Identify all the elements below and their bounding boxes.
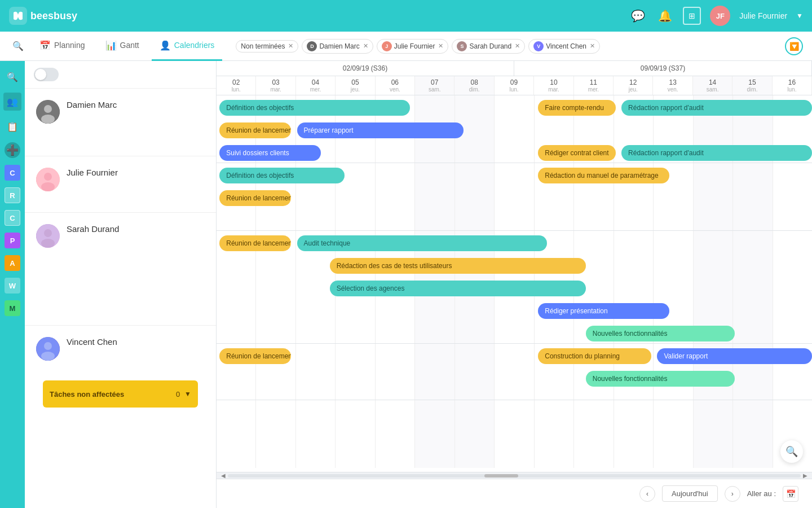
sidebar-project-p[interactable]: P (5, 233, 20, 248)
sidebar-project-c1[interactable]: C (5, 165, 20, 181)
task-nouvelles-fonctionnalites-sarah[interactable]: Nouvelles fonctionnalités (586, 326, 735, 341)
goto-label: Aller au : (747, 489, 776, 498)
task-redaction-cas-tests[interactable]: Rédaction des cas de tests utilisateurs (330, 258, 586, 274)
tab-planning[interactable]: 📅 Planning (32, 32, 93, 61)
day-headers: 02lun. 03mar. 04mer. 05jeu. 06ven. 07sam… (217, 76, 812, 95)
sidebar-team[interactable]: 👥 (3, 93, 21, 111)
task-faire-compte-rendu[interactable]: Faire compte-rendu (538, 100, 615, 116)
svg-point-12 (41, 352, 55, 361)
prev-period-button[interactable]: ‹ (639, 486, 655, 502)
task-reunion-lancement-1[interactable]: Réunion de lancement (219, 122, 291, 138)
filter-chip-vincent[interactable]: V Vincent Chen ✕ (528, 39, 600, 54)
task-redaction-rapport-audit-1[interactable]: Rédaction rapport d'audit (621, 100, 812, 116)
task-preparer-rapport[interactable]: Préparer rapport (297, 122, 464, 138)
people-list: Damien Marc Julie Fournier (25, 61, 217, 508)
gantt-section-julie: Définition des objectifs Rédaction du ma… (217, 163, 812, 231)
task-reunion-lancement-sarah[interactable]: Réunion de lancement (219, 235, 291, 251)
svg-point-8 (44, 229, 52, 237)
sidebar-project-w[interactable]: W (5, 278, 20, 294)
task-definition-objectifs-julie[interactable]: Définition des objectifs (219, 168, 345, 183)
day-16: 16lun. (773, 76, 812, 95)
filter-chip-julie[interactable]: J Julie Fournier ✕ (377, 39, 449, 54)
svg-point-9 (41, 239, 55, 248)
task-suivi-dossiers[interactable]: Suivi dossiers clients (219, 145, 321, 161)
filter-chip-sarah[interactable]: S Sarah Durand ✕ (452, 39, 525, 54)
day-14: 14sam. (693, 76, 732, 95)
sidebar-add[interactable]: ➕ (5, 142, 20, 158)
left-sidebar: 🔍 👥 📋 ➕ C R C P A W M (0, 61, 25, 508)
task-audit-technique[interactable]: Audit technique (297, 235, 548, 251)
unassigned-arrow: ▼ (184, 390, 191, 398)
svg-point-11 (44, 342, 52, 350)
close-filter-vincent[interactable]: ✕ (590, 42, 595, 50)
sidebar-project-a[interactable]: A (5, 255, 20, 271)
main-layout: 🔍 👥 📋 ➕ C R C P A W M (0, 61, 812, 508)
scroll-right[interactable]: ▶ (801, 472, 810, 479)
expand-icon[interactable]: ⊞ (683, 7, 701, 25)
toggle-switch[interactable] (34, 68, 59, 81)
chip-avatar-damien: D (307, 41, 317, 51)
filter-chip-non-terminees[interactable]: Non terminées ✕ (236, 40, 298, 52)
task-definition-objectifs-1[interactable]: Définition des objectifs (219, 100, 410, 116)
close-filter-non-terminees[interactable]: ✕ (288, 42, 293, 50)
task-construction-planning[interactable]: Construction du planning (538, 348, 651, 364)
search-button[interactable]: 🔍 (9, 37, 27, 55)
content-area: Damien Marc Julie Fournier (25, 61, 812, 508)
task-redaction-rapport-audit-2[interactable]: Rédaction rapport d'audit (621, 145, 812, 161)
unassigned-section: Tâches non affectées 0 ▼ (25, 376, 216, 417)
task-reunion-lancement-vincent[interactable]: Réunion de lancement (219, 348, 291, 364)
filter-button[interactable]: 🔽 (785, 37, 803, 55)
day-03: 03mar. (256, 76, 295, 95)
filter-chip-damien[interactable]: D Damien Marc ✕ (302, 39, 373, 54)
next-period-button[interactable]: › (725, 486, 740, 502)
second-navigation: 🔍 📅 Planning 📊 Gantt 👤 Calendriers Non t… (0, 32, 812, 61)
bottom-bar: ‹ Aujourd'hui › Aller au : 📅 (217, 479, 812, 508)
task-rediger-contrat[interactable]: Rédiger contrat client (538, 145, 615, 161)
gantt-icon: 📊 (105, 40, 117, 51)
task-redaction-manuel[interactable]: Rédaction du manuel de paramétrage (538, 168, 669, 183)
avatar-damien (36, 100, 60, 124)
calendar-picker-button[interactable]: 📅 (783, 486, 798, 502)
scrollbar-track (228, 474, 801, 478)
day-13: 13ven. (653, 76, 692, 95)
gantt-body: Définition des objectifs Faire compte-re… (217, 95, 812, 472)
task-reunion-lancement-julie[interactable]: Réunion de lancement (219, 190, 291, 206)
sidebar-project-r[interactable]: R (5, 187, 20, 203)
bell-icon[interactable]: 🔔 (656, 7, 674, 25)
day-06: 06ven. (376, 76, 415, 95)
close-filter-damien[interactable]: ✕ (363, 42, 368, 50)
user-avatar-top[interactable]: JF (710, 6, 730, 26)
toggle-knob (35, 69, 46, 80)
person-name-julie: Julie Fournier (67, 168, 118, 177)
tab-gantt[interactable]: 📊 Gantt (98, 32, 147, 61)
horizontal-scrollbar[interactable]: ◀ ▶ (217, 472, 812, 479)
user-dropdown-icon[interactable]: ▼ (796, 12, 803, 20)
scrollbar-thumb[interactable] (484, 474, 518, 478)
zoom-button[interactable]: 🔍 (780, 440, 803, 463)
unassigned-row[interactable]: Tâches non affectées 0 ▼ (43, 380, 198, 408)
close-filter-sarah[interactable]: ✕ (515, 42, 520, 50)
sidebar-search[interactable]: 🔍 (3, 68, 21, 86)
task-nouvelles-fonctionnalites-vincent[interactable]: Nouvelles fonctionnalités (586, 371, 735, 387)
chat-icon[interactable]: 💬 (629, 7, 647, 25)
gantt-section-sarah: Réunion de lancement Audit technique Réd… (217, 231, 812, 344)
close-filter-julie[interactable]: ✕ (438, 42, 443, 50)
week-s37: 09/09/19 (S37) (514, 61, 812, 76)
task-valider-rapport[interactable]: Valider rapport (657, 348, 812, 364)
person-row-julie: Julie Fournier (25, 156, 216, 212)
sidebar-tasks[interactable]: 📋 (3, 117, 21, 135)
calendar-area: 02/09/19 (S36) 09/09/19 (S37) 02lun. 03m… (217, 61, 812, 508)
tab-calendriers[interactable]: 👤 Calendriers (152, 32, 223, 61)
task-rediger-presentation[interactable]: Rédiger présentation (538, 303, 669, 319)
day-12: 12jeu. (614, 76, 653, 95)
sidebar-project-c2[interactable]: C (5, 210, 20, 226)
sidebar-project-m[interactable]: M (5, 300, 20, 316)
logo[interactable]: beesbusy (9, 7, 77, 25)
day-04: 04mer. (296, 76, 336, 95)
scroll-left[interactable]: ◀ (219, 472, 228, 479)
today-button[interactable]: Aujourd'hui (662, 485, 718, 502)
day-08: 08dim. (454, 76, 494, 95)
day-15: 15dim. (732, 76, 772, 95)
svg-point-2 (44, 105, 52, 113)
task-selection-agences[interactable]: Sélection des agences (330, 281, 586, 296)
